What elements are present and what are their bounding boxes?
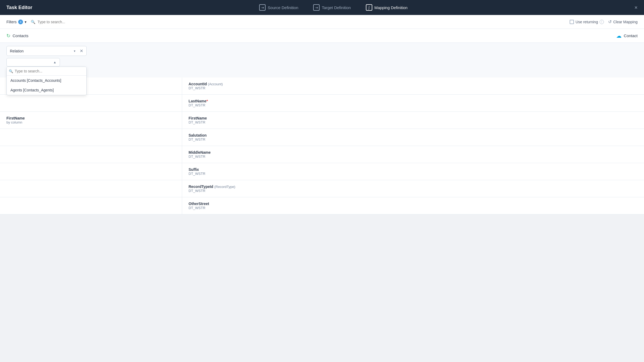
tab-source-definition[interactable]: ⇥ Source Definition (257, 3, 300, 12)
row-right-accountid: AccountId (Account) DT_WSTR (182, 78, 644, 94)
table-row: MiddleName DT_WSTR (0, 146, 644, 163)
table-row: OtherStreet DT_WSTR (0, 197, 644, 214)
close-button[interactable]: × (634, 5, 638, 11)
filter-panel: Relation ▾ ✕ ▲ 🔍 Accounts [Contacts_Acco… (6, 46, 87, 95)
target-field-type: DT_WSTR (189, 155, 638, 159)
source-contacts-icon: ↻ (6, 33, 10, 39)
target-field-name: LastName* (189, 99, 638, 103)
dropdown-search-input[interactable] (15, 69, 84, 73)
row-right-otherstreet: OtherStreet DT_WSTR (182, 197, 644, 214)
target-field-name: Salutation (189, 133, 638, 137)
search-bar: 🔍 (31, 20, 138, 24)
target-field-type: DT_WSTR (189, 120, 638, 124)
row-left-recordtypeid (0, 180, 182, 197)
row-right-firstname: FirstName DT_WSTR (182, 112, 644, 129)
target-field-type: DT_WSTR (189, 189, 638, 193)
mapping-definition-icon: ∫ (366, 4, 372, 11)
target-definition-label: Target Definition (322, 5, 351, 10)
relation-clear-icon[interactable]: ✕ (80, 48, 83, 53)
row-right-salutation: Salutation DT_WSTR (182, 129, 644, 146)
filters-chevron-icon: ▾ (25, 20, 26, 24)
target-field-name: AccountId (Account) (189, 82, 638, 86)
table-row: AccountId (Account) DT_WSTR (0, 78, 644, 95)
source-definition-icon: ⇥ (259, 4, 266, 11)
target-name: Contact (624, 33, 638, 38)
source-field-meta: by column (6, 120, 175, 124)
row-right-lastname: LastName* DT_WSTR (182, 95, 644, 111)
table-row: Suffix DT_WSTR (0, 163, 644, 180)
source-target-header: ↻ Contacts ☁ Contact (0, 29, 644, 43)
row-left-middlename (0, 146, 182, 163)
table-row: Salutation DT_WSTR (0, 129, 644, 146)
relation-selector[interactable]: Relation ▾ ✕ (6, 46, 87, 56)
filters-button[interactable]: Filters 4 ▾ (6, 20, 26, 24)
use-returning-toggle[interactable]: Use returning i (570, 20, 604, 24)
salesforce-cloud-icon: ☁ (616, 33, 622, 39)
target-field-name: Suffix (189, 167, 638, 172)
search-input[interactable] (37, 20, 138, 24)
row-right-recordtypeid: RecordTypeId (RecordType) DT_WSTR (182, 180, 644, 197)
dropdown-item-agents[interactable]: Agents [Contacts_Agents] (7, 85, 86, 95)
target-definition-icon: ⇥ (313, 4, 320, 11)
row-left-suffix (0, 163, 182, 180)
source-name: Contacts (13, 33, 28, 38)
dropdown-search-wrap: 🔍 (7, 67, 86, 76)
filter-count-badge: 4 (18, 20, 23, 24)
target-field-type: DT_WSTR (189, 206, 638, 210)
dropdown-item-accounts[interactable]: Accounts [Contacts_Accounts] (7, 76, 86, 85)
clear-mapping-icon: ↺ (608, 19, 612, 24)
table-row: FirstName by column FirstName DT_WSTR (0, 112, 644, 129)
row-right-suffix: Suffix DT_WSTR (182, 163, 644, 180)
search-icon: 🔍 (31, 20, 35, 24)
target-field-type: DT_WSTR (189, 137, 638, 141)
relation-label: Relation (10, 49, 72, 53)
app-title: Task Editor (6, 5, 32, 10)
use-returning-label: Use returning (576, 20, 598, 24)
table-row: RecordTypeId (RecordType) DT_WSTR (0, 180, 644, 197)
target-field-name: FirstName (189, 116, 638, 120)
dropdown-search-icon: 🔍 (9, 69, 13, 73)
row-left-firstname: FirstName by column (0, 112, 182, 129)
target-field-name: OtherStreet (189, 202, 638, 206)
target-field-name: MiddleName (189, 150, 638, 155)
filters-label: Filters (6, 20, 17, 24)
dropdown-chevron-up-icon: ▲ (53, 60, 56, 64)
clear-mapping-button[interactable]: ↺ Clear Mapping (608, 19, 638, 24)
tab-mapping-definition[interactable]: ∫ Mapping Definition (364, 3, 410, 12)
row-left-lastname (0, 95, 182, 111)
nav-tabs: ⇥ Source Definition ⇥ Target Definition … (45, 3, 622, 12)
source-label: ↻ Contacts (6, 33, 28, 39)
dropdown-toggle-button[interactable]: ▲ (6, 58, 60, 67)
toolbar-right: Use returning i ↺ Clear Mapping (570, 19, 638, 24)
target-field-type: DT_WSTR (189, 103, 638, 107)
info-icon[interactable]: i (600, 20, 604, 24)
mapping-definition-label: Mapping Definition (374, 5, 408, 10)
target-field-name: RecordTypeId (RecordType) (189, 184, 638, 189)
row-left-otherstreet (0, 197, 182, 214)
relation-chevron-icon: ▾ (74, 49, 75, 53)
target-field-type: DT_WSTR (189, 86, 638, 90)
target-field-type: DT_WSTR (189, 172, 638, 176)
row-left-salutation (0, 129, 182, 146)
use-returning-checkbox[interactable] (570, 20, 574, 24)
mapping-rows-wrapper: AccountId (Account) DT_WSTR LastName* DT… (0, 43, 644, 214)
table-row: LastName* DT_WSTR (0, 95, 644, 112)
toolbar: Filters 4 ▾ 🔍 Use returning i ↺ Clear Ma… (0, 15, 644, 29)
source-definition-label: Source Definition (268, 5, 298, 10)
main-content: Relation ▾ ✕ ▲ 🔍 Accounts [Contacts_Acco… (0, 43, 644, 214)
row-right-middlename: MiddleName DT_WSTR (182, 146, 644, 163)
tab-target-definition[interactable]: ⇥ Target Definition (311, 3, 353, 12)
clear-mapping-label: Clear Mapping (613, 20, 638, 24)
target-label: ☁ Contact (616, 33, 638, 39)
source-field-name: FirstName (6, 116, 175, 120)
title-bar: Task Editor ⇥ Source Definition ⇥ Target… (0, 0, 644, 15)
dropdown-panel: 🔍 Accounts [Contacts_Accounts] Agents [C… (6, 67, 87, 95)
